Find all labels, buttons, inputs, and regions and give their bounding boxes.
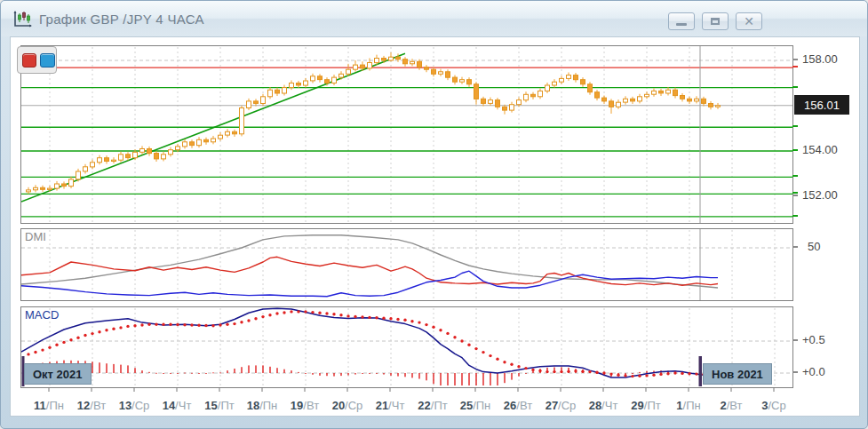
month-label-november: Нов 2021 [703, 363, 772, 385]
time-axis-label: 26/Вт [504, 399, 532, 412]
time-axis-label: 3/Ср [761, 399, 785, 412]
window-titlebar[interactable]: График GBP /JPY 4 ЧАСА ✕ [1, 1, 867, 36]
green-level-tick [792, 175, 798, 177]
blue-square-button[interactable] [40, 53, 55, 68]
dmi-axis-label: 50 [808, 240, 820, 253]
current-price-label: 156.01 [794, 95, 849, 115]
chart-toolbar [17, 46, 57, 74]
price-axis-label: 154.00 [802, 143, 838, 156]
macd-axis-label: +0.0 [802, 365, 825, 378]
red-square-button[interactable] [22, 53, 36, 68]
red-level-tick [792, 66, 798, 68]
time-axis-label: 11/Пн [34, 399, 64, 412]
time-axis-label: 22/Пт [418, 399, 447, 412]
time-axis-label: 18/Пн [247, 399, 278, 412]
window-controls: ✕ [668, 12, 762, 30]
close-icon: ✕ [744, 15, 754, 28]
price-axis-label: 158.00 [802, 52, 838, 66]
green-level-tick [792, 125, 798, 127]
chart-icon [12, 10, 34, 29]
application-window: График GBP /JPY 4 ЧАСА ✕ DMI MACD Окт 20… [0, 0, 868, 429]
month-label-october: Окт 2021 [24, 363, 92, 385]
close-button[interactable]: ✕ [736, 12, 762, 30]
macd-axis-label: +0.5 [802, 333, 825, 346]
time-axis-label: 13/Ср [119, 399, 150, 412]
restore-button[interactable] [702, 12, 729, 30]
minimize-button[interactable] [668, 12, 695, 30]
macd-indicator-label: MACD [25, 308, 59, 322]
chart-content-area: DMI MACD Окт 2021 Нов 2021 158.00156.011… [10, 36, 860, 417]
window-title: График GBP /JPY 4 ЧАСА [39, 12, 204, 27]
time-axis-label: 1/Пн [676, 399, 700, 412]
time-axis-label: 27/Ср [545, 399, 577, 412]
time-axis-label: 15/Пт [204, 399, 234, 412]
time-axis-label: 29/Пт [631, 399, 660, 412]
price-axis-tick [792, 195, 798, 196]
dmi-indicator-label: DMI [25, 230, 46, 243]
time-axis-label: 2/Вт [720, 399, 742, 412]
macd-axis-tick [792, 339, 798, 341]
restore-icon [711, 18, 720, 25]
time-axis-label: 12/Вт [77, 399, 106, 412]
price-axis-tick [792, 59, 798, 60]
dmi-indicator-chart[interactable] [21, 229, 792, 300]
green-level-tick [792, 215, 798, 217]
green-level-tick [792, 192, 798, 194]
time-axis-label: 28/Чт [589, 399, 618, 412]
green-level-tick [792, 86, 798, 88]
time-axis-label: 25/Пн [460, 399, 491, 412]
minimize-icon [676, 23, 687, 26]
time-axis-label: 14/Чт [163, 399, 192, 412]
time-axis-label: 19/Вт [291, 399, 319, 412]
time-axis-ticks [20, 387, 792, 394]
macd-indicator-chart[interactable] [21, 307, 792, 387]
time-axis-label: 20/Ср [332, 399, 363, 412]
macd-axis-tick [792, 371, 798, 373]
price-chart[interactable] [21, 46, 792, 223]
dmi-axis-tick [792, 246, 798, 248]
price-axis-label: 152.00 [802, 188, 838, 202]
time-axis-label: 21/Чт [376, 399, 405, 412]
green-level-tick [792, 149, 798, 151]
